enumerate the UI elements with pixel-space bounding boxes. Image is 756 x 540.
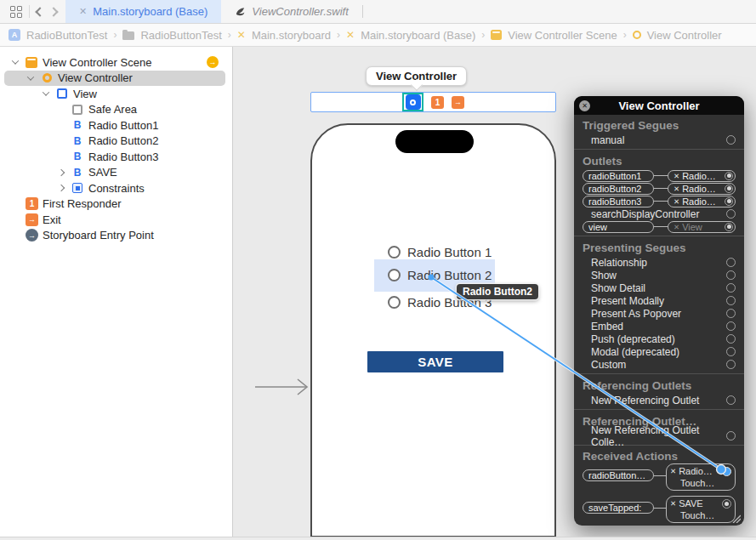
tab-main-storyboard[interactable]: ✕ Main.storyboard (Base) (65, 0, 221, 23)
view-controller-dock-icon[interactable] (406, 94, 421, 110)
disclosure-down-icon[interactable] (10, 60, 20, 65)
action-target-pill[interactable]: ✕ Radio… Touch… (666, 463, 736, 491)
breadcrumb-project[interactable]: RadioButtonTest (26, 29, 107, 42)
disconnect-icon[interactable]: ✕ (674, 197, 679, 206)
resize-handle-icon[interactable] (731, 514, 741, 523)
disconnect-icon[interactable]: ✕ (674, 172, 679, 180)
outline-row-first-responder[interactable]: 1 First Responder (0, 196, 232, 213)
tab-label: ViewController.swift (252, 5, 348, 18)
outline-row-save[interactable]: B SAVE (0, 165, 232, 181)
disclosure-down-icon[interactable] (41, 91, 51, 96)
connection-well[interactable] (722, 499, 731, 509)
breadcrumb-group[interactable]: RadioButtonTest (140, 29, 221, 42)
disconnect-icon[interactable]: ✕ (674, 185, 679, 193)
entry-point-badge-icon: → (207, 56, 219, 68)
disclosure-right-icon[interactable] (56, 185, 66, 190)
segue-row: Present Modally (583, 294, 736, 307)
scene-title-bubble[interactable]: View Controller (366, 66, 467, 86)
disconnect-icon[interactable]: ✕ (670, 467, 676, 475)
outline-row-view-controller[interactable]: View Controller (0, 71, 232, 87)
connections-panel: ✕ View Controller Triggered Segues manua… (574, 96, 744, 526)
connection-well[interactable] (726, 309, 736, 318)
breadcrumb-view-controller[interactable]: View Controller (647, 29, 722, 42)
save-button[interactable]: SAVE (367, 351, 503, 372)
connection-well[interactable] (725, 172, 733, 180)
connection-well[interactable] (726, 135, 736, 145)
connection-well[interactable] (726, 258, 736, 267)
outlet-target-pill[interactable]: ✕ Radio… (668, 170, 736, 182)
divider (574, 373, 744, 374)
outline-row-exit[interactable]: → Exit (0, 212, 232, 228)
action-target-pill[interactable]: ✕ SAVE Touch… (666, 496, 736, 523)
outline-row-safe-area[interactable]: Safe Area (0, 102, 232, 118)
outline-label: First Responder (43, 197, 121, 210)
tab-label: Main.storyboard (Base) (93, 5, 207, 18)
section-header: Triggered Segues (583, 117, 736, 134)
connection-well[interactable] (726, 321, 736, 331)
outline-row-entry-point[interactable]: → Storyboard Entry Point (0, 228, 232, 244)
close-icon[interactable]: ✕ (579, 100, 590, 111)
outlet-name-pill[interactable]: radioButton1 (583, 170, 654, 182)
connection-well[interactable] (726, 347, 736, 356)
outline-row-constraints[interactable]: Constraints (0, 180, 232, 196)
outline-label: Radio Button3 (88, 151, 158, 163)
connection-well[interactable] (726, 209, 736, 219)
connection-well[interactable] (726, 360, 736, 369)
segue-row: Push (deprecated) (583, 333, 736, 345)
connector (654, 226, 668, 227)
referencing-outlet-row: New Referencing Outlet (583, 394, 736, 406)
button-icon: B (71, 118, 84, 132)
back-icon[interactable] (35, 7, 44, 16)
outline-row-view[interactable]: View (0, 86, 232, 102)
outlet-name-pill[interactable]: radioButton3 (583, 196, 654, 207)
connection-well[interactable] (725, 197, 733, 206)
outlet-row-radiobutton2: radioButton2 ✕ Radio… (583, 182, 736, 195)
connection-well[interactable] (725, 223, 733, 231)
editor-layout-icon[interactable] (10, 6, 22, 18)
connection-well[interactable] (726, 431, 736, 441)
breadcrumb-storyboard-base[interactable]: Main.storyboard (Base) (361, 29, 475, 42)
scene-dock: 1 → (310, 92, 556, 112)
exit-dock-icon[interactable]: → (452, 96, 464, 109)
connection-well[interactable] (726, 283, 736, 293)
connection-well[interactable] (726, 395, 736, 405)
outline-row-radio-button1[interactable]: B Radio Button1 (0, 117, 232, 134)
action-name-pill[interactable]: saveTapped: (583, 502, 654, 514)
outline-row-radio-button2[interactable]: B Radio Button2 (0, 134, 232, 150)
connection-well[interactable] (726, 296, 736, 305)
radio-button-2[interactable]: Radio Button 2 (388, 267, 492, 282)
connection-well[interactable] (726, 270, 736, 280)
first-responder-dock-icon[interactable]: 1 (431, 96, 444, 109)
action-event: Touch… (670, 477, 731, 488)
connection-well[interactable] (726, 334, 736, 344)
divider (362, 5, 363, 18)
outlet-name-pill[interactable]: view (583, 221, 654, 233)
outlet-target-pill[interactable]: ✕ Radio… (668, 196, 736, 207)
outlet-row-radiobutton1: radioButton1 ✕ Radio… (583, 169, 736, 182)
forward-icon[interactable] (48, 7, 58, 16)
connection-well-active[interactable] (722, 467, 731, 476)
disconnect-icon[interactable]: ✕ (670, 499, 676, 508)
radio-button-1[interactable]: Radio Button 1 (388, 244, 492, 259)
breadcrumb-storyboard[interactable]: Main.storyboard (252, 29, 331, 42)
divider (29, 5, 30, 18)
connector (654, 508, 666, 509)
connection-well[interactable] (725, 185, 733, 193)
breadcrumb-scene[interactable]: View Controller Scene (508, 29, 617, 42)
action-name-pill[interactable]: radioButtonT… (583, 469, 654, 481)
tab-bar: ✕ Main.storyboard (Base) ViewController.… (0, 0, 756, 24)
outline-label: Constraints (88, 182, 145, 195)
outline-row-scene[interactable]: View Controller Scene → (0, 54, 232, 71)
breadcrumb-separator: › (623, 29, 627, 41)
outlet-name-pill[interactable]: radioButton2 (583, 183, 654, 195)
disclosure-down-icon[interactable] (26, 76, 36, 81)
button-icon: B (71, 150, 84, 163)
disconnect-icon[interactable]: ✕ (674, 223, 679, 231)
radio-label: Radio Button 1 (407, 245, 492, 259)
tab-viewcontroller-swift[interactable]: ViewController.swift (221, 0, 361, 23)
document-outline: View Controller Scene → View Controller … (0, 47, 233, 537)
disclosure-right-icon[interactable] (56, 170, 66, 175)
outlet-target-pill[interactable]: ✕ View (668, 221, 736, 233)
outlet-target-pill[interactable]: ✕ Radio… (668, 183, 736, 195)
outline-row-radio-button3[interactable]: B Radio Button3 (0, 149, 232, 165)
